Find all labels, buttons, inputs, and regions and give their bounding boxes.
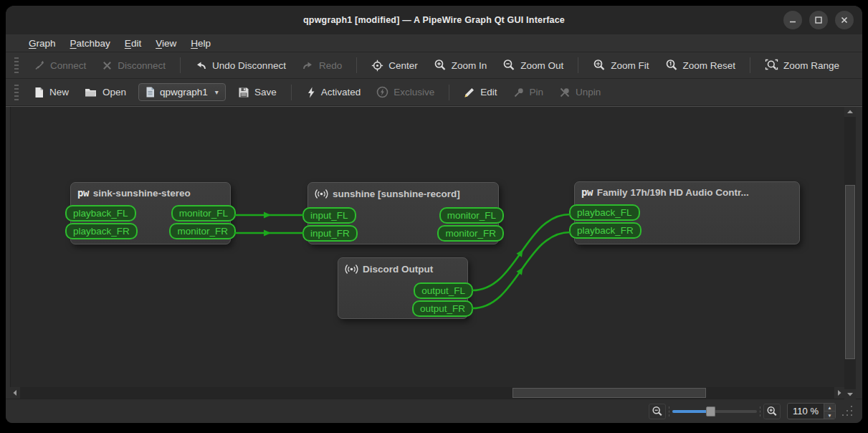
port-monitor-fr[interactable]: monitor_FR [169,223,236,239]
slider-fill [672,410,710,413]
port-input-fl[interactable]: input_FL [302,207,356,224]
scroll-down-button[interactable] [844,389,856,399]
exclusive-button[interactable]: Exclusive [370,82,441,102]
toolbar-grip[interactable] [14,57,19,73]
graph-canvas[interactable]: pw sink-sunshine-stereo playback_FL play… [10,107,844,387]
toolbar-separator [449,85,449,100]
port-playback-fl[interactable]: playback_FL [569,204,640,221]
connection-monitor-fr-input-fr[interactable] [235,230,303,237]
node-family-hd-audio[interactable]: pw Family 17h/19h HD Audio Contr... play… [574,181,800,244]
horizontal-scrollbar[interactable] [10,387,844,399]
stream-icon [315,187,328,201]
horizontal-scroll-thumb[interactable] [512,388,706,398]
open-folder-icon [85,87,97,97]
zoom-fit-icon [593,59,606,72]
exclusive-icon [376,86,388,98]
spin-up-button[interactable]: ▲ [824,404,835,411]
patchbay-selector[interactable]: qpwgraph1 ▾ [138,83,226,101]
unpin-button[interactable]: Unpin [553,83,607,102]
zoom-reset-icon [665,59,678,72]
undo-disconnect-button[interactable]: Undo Disconnect [189,56,292,75]
zoom-in-small-button[interactable] [763,404,781,419]
disconnect-button[interactable]: Disconnect [95,57,172,75]
connect-button[interactable]: Connect [27,56,92,75]
vertical-scrollbar[interactable] [844,107,856,399]
zoom-value: 110 % [788,404,824,419]
resize-grip[interactable] [842,406,854,417]
center-button[interactable]: Center [365,56,424,75]
toolbar-file: New Open qpwgraph1 ▾ Save Activated Excl… [6,79,862,106]
patchbay-name: qpwgraph1 [160,87,208,97]
close-button[interactable] [835,11,854,29]
vertical-scroll-thumb[interactable] [845,185,855,359]
zoom-out-button[interactable]: Zoom Out [496,55,570,75]
menu-help[interactable]: Help [183,37,218,50]
minimize-button[interactable] [783,11,802,29]
port-playback-fl[interactable]: playback_FL [65,205,136,222]
new-button[interactable]: New [27,83,75,102]
toolbar-separator [291,85,292,100]
maximize-icon [814,16,823,24]
spin-down-button[interactable]: ▼ [824,411,835,419]
close-icon [840,16,849,24]
maximize-button[interactable] [809,11,828,29]
arrow-up-icon [846,109,854,115]
menu-edit[interactable]: Edit [118,37,148,50]
port-monitor-fl[interactable]: monitor_FL [171,205,236,222]
scroll-left-button[interactable] [10,387,20,399]
port-input-fr[interactable]: input_FR [302,225,358,242]
pipewire-icon: pw [581,186,593,198]
port-monitor-fr[interactable]: monitor_FR [437,225,504,242]
activated-button[interactable]: Activated [300,83,368,102]
port-playback-fr[interactable]: playback_FR [65,223,138,239]
scroll-up-button[interactable] [844,107,856,117]
zoom-spinbox[interactable]: 110 % ▲ ▼ [787,403,836,419]
graph-view: pw sink-sunshine-stereo playback_FL play… [6,106,862,399]
toolbar-separator [750,57,750,73]
scroll-right-button[interactable] [834,387,844,399]
zoom-reset-button[interactable]: Zoom Reset [659,55,743,75]
node-title: pw sink-sunshine-stereo [71,183,230,201]
zoom-range-button[interactable]: Zoom Range [758,55,846,75]
slider-handle[interactable] [706,406,715,417]
titlebar: qpwgraph1 [modified] — A PipeWire Graph … [6,6,862,34]
port-monitor-fl[interactable]: monitor_FL [439,207,504,224]
node-discord-output[interactable]: Discord Output output_FL output_FR [338,257,468,319]
open-button[interactable]: Open [78,83,133,101]
toolbar-grip[interactable] [14,85,19,100]
node-sink-sunshine-stereo[interactable]: pw sink-sunshine-stereo playback_FL play… [70,182,231,244]
zoom-in-small-icon [766,406,778,417]
pin-icon [513,87,525,98]
zoom-out-small-button[interactable] [649,404,666,419]
zoom-out-icon [502,59,515,72]
connections-layer [11,107,844,387]
arrow-right-icon [836,389,842,396]
port-output-fl[interactable]: output_FL [414,282,473,299]
app-window: qpwgraph1 [modified] — A PipeWire Graph … [6,6,862,423]
pin-button[interactable]: Pin [507,83,550,102]
zoom-slider[interactable] [672,404,757,419]
menu-patchbay[interactable]: Patchbay [63,37,118,50]
zoom-fit-button[interactable]: Zoom Fit [586,55,655,75]
arrow-left-icon [12,389,18,396]
edit-pencil-icon [464,87,475,98]
node-sunshine[interactable]: sunshine [sunshine-record] input_FL inpu… [307,182,499,244]
save-button[interactable]: Save [232,83,283,102]
slider-tick [760,406,760,417]
toolbar-separator [180,57,181,73]
port-playback-fr[interactable]: playback_FR [569,222,642,239]
edit-button[interactable]: Edit [457,83,503,102]
toolbar-main: Connect Disconnect Undo Disconnect Redo … [6,52,862,79]
zoom-in-button[interactable]: Zoom In [427,55,494,75]
redo-button[interactable]: Redo [295,56,348,75]
disconnect-icon [102,60,113,71]
zoom-out-small-icon [652,406,663,417]
center-icon [371,60,383,72]
port-output-fr[interactable]: output_FR [412,300,473,317]
new-file-icon [34,87,44,98]
connection-monitor-fl-input-fl[interactable] [235,212,303,219]
menu-view[interactable]: View [148,37,183,50]
menu-graph[interactable]: Graph [22,37,63,50]
menubar: Graph Patchbay Edit View Help [6,34,862,52]
stream-icon [345,262,358,276]
